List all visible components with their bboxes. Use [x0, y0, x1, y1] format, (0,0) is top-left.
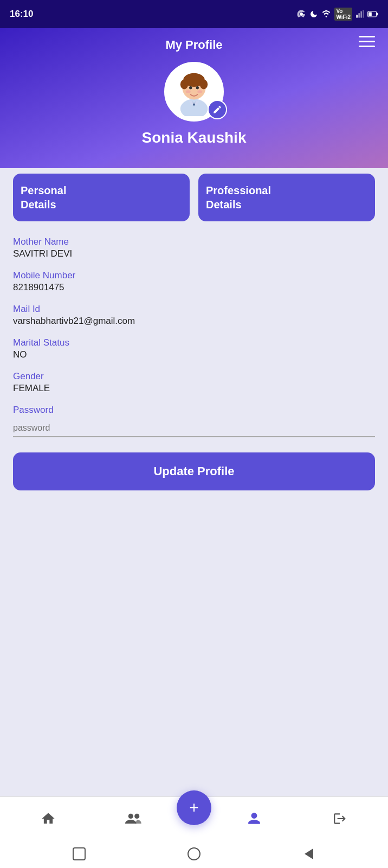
nav-item-home[interactable] [5, 811, 91, 826]
moon-icon [309, 10, 318, 18]
tab-professional-details[interactable]: Professional Details [198, 174, 375, 221]
menu-button[interactable] [359, 36, 375, 47]
bottom-nav: + [0, 796, 388, 840]
tab-personal-details[interactable]: Personal Details [13, 174, 190, 221]
tab-bar: Personal Details Professional Details [13, 174, 375, 221]
svg-rect-7 [376, 13, 378, 15]
header-top: My Profile [13, 38, 375, 52]
mobile-number-group: Mobile Number 8218901475 [13, 270, 375, 293]
signal-icon [355, 10, 364, 18]
logout-icon [333, 811, 347, 826]
profile-icon [247, 811, 261, 826]
svg-point-16 [186, 90, 191, 93]
nav-item-logout[interactable] [297, 811, 383, 826]
header-title: My Profile [165, 38, 222, 52]
pencil-icon [212, 105, 222, 114]
fab-plus-icon: + [189, 799, 199, 817]
mail-id-label: Mail Id [13, 304, 375, 315]
fab-button[interactable]: + [177, 790, 211, 825]
content-area: Personal Details Professional Details Mo… [0, 157, 388, 796]
nav-item-group[interactable] [91, 811, 177, 826]
svg-rect-3 [358, 13, 360, 18]
chrome-icon [296, 9, 306, 19]
mail-id-group: Mail Id varshabhartivb21@gmail.com [13, 304, 375, 327]
gender-label: Gender [13, 371, 375, 382]
svg-point-14 [189, 86, 192, 89]
svg-point-17 [197, 90, 202, 93]
svg-rect-8 [368, 12, 372, 16]
battery-icon [367, 10, 378, 18]
svg-point-21 [128, 813, 133, 818]
mother-name-group: Mother Name SAVITRI DEVI [13, 237, 375, 259]
svg-point-13 [200, 80, 208, 90]
mobile-number-value: 8218901475 [13, 282, 375, 293]
svg-point-1 [326, 16, 327, 17]
android-home-button[interactable] [186, 846, 202, 861]
svg-point-9 [180, 99, 208, 117]
user-name: Sonia Kaushik [142, 129, 247, 146]
home-icon [41, 811, 56, 826]
password-label: Password [13, 405, 375, 416]
marital-status-group: Marital Status NO [13, 337, 375, 360]
android-back-icon [305, 848, 313, 859]
group-icon [125, 811, 143, 826]
status-icons: VoWiFi2 [296, 8, 378, 21]
update-profile-button[interactable]: Update Profile [13, 452, 375, 490]
header: My Profile [0, 28, 388, 168]
mother-name-value: SAVITRI DEVI [13, 248, 375, 259]
password-input[interactable] [13, 420, 375, 437]
nav-item-profile[interactable] [211, 811, 297, 826]
android-recent-button[interactable] [72, 846, 87, 861]
gender-group: Gender FEMALE [13, 371, 375, 394]
svg-point-15 [196, 86, 199, 89]
svg-rect-4 [360, 11, 362, 18]
svg-point-22 [134, 813, 139, 818]
avatar-container [164, 62, 224, 122]
mail-id-value: varshabhartivb21@gmail.com [13, 316, 375, 327]
android-home-icon [187, 847, 201, 860]
gender-value: FEMALE [13, 383, 375, 394]
svg-point-12 [180, 80, 188, 90]
edit-avatar-button[interactable] [208, 100, 227, 119]
marital-status-label: Marital Status [13, 337, 375, 348]
svg-point-0 [300, 12, 303, 16]
recent-apps-icon [73, 847, 86, 860]
svg-rect-2 [356, 15, 358, 17]
marital-status-value: NO [13, 349, 375, 360]
mobile-number-label: Mobile Number [13, 270, 375, 281]
android-nav-bar [0, 840, 388, 868]
password-section: Password [13, 405, 375, 437]
status-bar: 16:10 VoWiFi2 [0, 0, 388, 28]
vowifi-icon: VoWiFi2 [334, 8, 352, 21]
status-time: 16:10 [10, 9, 33, 20]
wifi-icon [321, 10, 331, 18]
mother-name-label: Mother Name [13, 237, 375, 247]
android-back-button[interactable] [301, 846, 316, 861]
svg-rect-5 [363, 10, 364, 18]
